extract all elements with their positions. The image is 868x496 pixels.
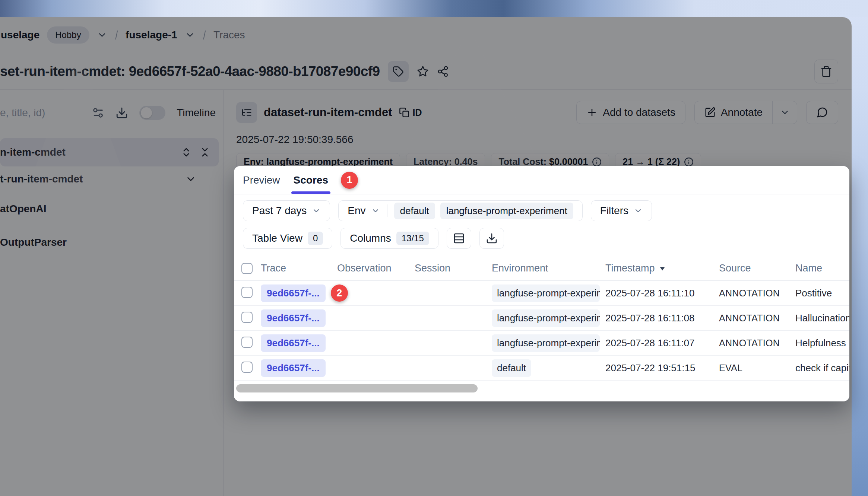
trace-link[interactable]: 9ed6657f-... bbox=[261, 309, 326, 327]
chevron-down-icon bbox=[371, 206, 380, 215]
table-row[interactable]: 9ed6657f-... 2 langfuse-prompt-experim 2… bbox=[234, 281, 849, 306]
environment-cell: langfuse-prompt-experim bbox=[492, 309, 600, 327]
column-header-observation[interactable]: Observation bbox=[337, 263, 415, 274]
select-all-checkbox[interactable] bbox=[241, 263, 253, 274]
tour-step-badge-1: 1 bbox=[341, 172, 358, 189]
name-cell: check if capital bbox=[795, 362, 849, 374]
row-checkbox[interactable] bbox=[241, 312, 253, 323]
environment-cell: langfuse-prompt-experim bbox=[492, 284, 600, 302]
sort-desc-icon bbox=[658, 264, 666, 273]
source-cell: ANNOTATION bbox=[719, 338, 795, 349]
column-header-name[interactable]: Name bbox=[795, 263, 849, 274]
row-height-button[interactable] bbox=[447, 228, 471, 249]
table-view-count: 0 bbox=[308, 232, 323, 245]
timestamp-cell: 2025-07-28 16:11:07 bbox=[605, 337, 719, 349]
columns-button[interactable]: Columns 13/15 bbox=[340, 228, 438, 249]
chevron-down-icon bbox=[312, 206, 321, 215]
rows-icon bbox=[453, 232, 465, 244]
environment-cell: default bbox=[492, 359, 531, 377]
column-header-timestamp[interactable]: Timestamp bbox=[605, 263, 719, 274]
name-cell: Helpfulness bbox=[795, 337, 849, 349]
horizontal-scrollbar[interactable] bbox=[234, 381, 849, 401]
columns-count: 13/15 bbox=[396, 232, 429, 245]
environment-cell: langfuse-prompt-experim bbox=[492, 334, 600, 352]
scores-table: Trace Observation Session Environment Ti… bbox=[234, 256, 849, 401]
tab-scores[interactable]: Scores bbox=[294, 166, 328, 194]
env-filter-button[interactable]: Env default langfuse-prompt-experiment bbox=[338, 200, 582, 221]
scrollbar-thumb[interactable] bbox=[236, 384, 478, 392]
trace-link[interactable]: 9ed6657f-... bbox=[261, 359, 326, 377]
trace-link[interactable]: 9ed6657f-... bbox=[261, 284, 326, 302]
name-cell: Hallucination bbox=[795, 312, 849, 324]
filters-button[interactable]: Filters bbox=[591, 200, 652, 221]
timestamp-cell: 2025-07-28 16:11:10 bbox=[605, 287, 719, 299]
source-cell: EVAL bbox=[719, 363, 795, 373]
timestamp-cell: 2025-07-28 16:11:08 bbox=[605, 312, 719, 324]
download-icon bbox=[486, 232, 498, 244]
column-header-source[interactable]: Source bbox=[719, 263, 795, 274]
desktop: uselage Hobby / fuselage-1 / Traces set-… bbox=[0, 0, 868, 496]
row-checkbox[interactable] bbox=[241, 362, 253, 373]
table-row[interactable]: 9ed6657f-... default 2025-07-22 19:51:15… bbox=[234, 356, 849, 381]
table-row[interactable]: 9ed6657f-... langfuse-prompt-experim 202… bbox=[234, 306, 849, 331]
tab-preview[interactable]: Preview bbox=[243, 166, 280, 194]
tab-bar: Preview Scores 1 bbox=[234, 166, 849, 194]
row-checkbox[interactable] bbox=[241, 287, 253, 298]
filters-row: Past 7 days Env default langfuse-prompt-… bbox=[234, 194, 849, 221]
table-header-row: Trace Observation Session Environment Ti… bbox=[234, 256, 849, 281]
table-row[interactable]: 9ed6657f-... langfuse-prompt-experim 202… bbox=[234, 331, 849, 356]
env-value-chip: langfuse-prompt-experiment bbox=[440, 203, 573, 219]
export-button[interactable] bbox=[479, 228, 504, 249]
tour-step-badge-2: 2 bbox=[331, 284, 348, 302]
column-header-session[interactable]: Session bbox=[415, 263, 492, 274]
scores-panel: Preview Scores 1 Past 7 days Env default… bbox=[234, 166, 849, 401]
table-toolbar: Table View 0 Columns 13/15 bbox=[234, 221, 849, 249]
column-header-environment[interactable]: Environment bbox=[492, 263, 605, 274]
table-view-button[interactable]: Table View 0 bbox=[243, 228, 332, 249]
name-cell: Postitive bbox=[795, 287, 849, 299]
date-range-button[interactable]: Past 7 days bbox=[243, 200, 330, 221]
timestamp-cell: 2025-07-22 19:51:15 bbox=[605, 362, 719, 374]
env-value-chip: default bbox=[394, 203, 435, 219]
source-cell: ANNOTATION bbox=[719, 288, 795, 299]
row-checkbox[interactable] bbox=[241, 337, 253, 348]
source-cell: ANNOTATION bbox=[719, 313, 795, 324]
wallpaper-strip bbox=[0, 0, 868, 17]
chevron-down-icon bbox=[634, 206, 643, 215]
trace-link[interactable]: 9ed6657f-... bbox=[261, 334, 326, 352]
column-header-trace[interactable]: Trace bbox=[261, 263, 337, 274]
divider bbox=[387, 204, 387, 217]
